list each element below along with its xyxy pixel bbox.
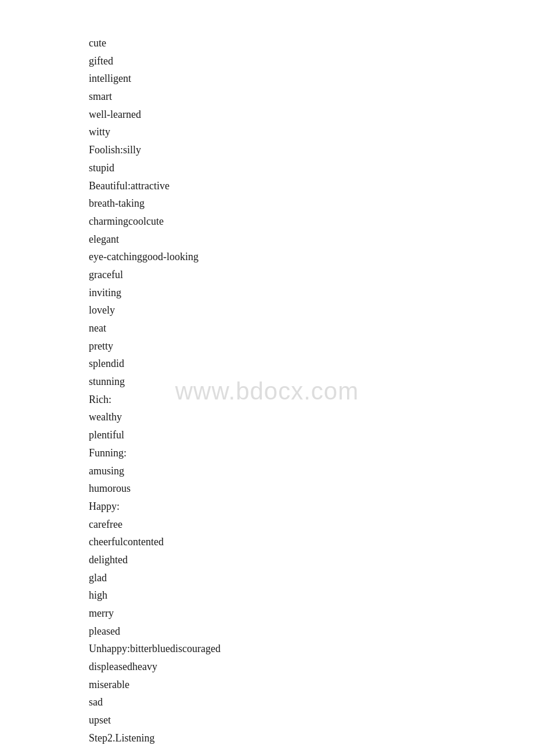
list-item: inviting: [89, 285, 534, 302]
list-item: pretty: [89, 338, 534, 355]
list-item: Unhappy:bitterbluediscouraged: [89, 640, 534, 658]
list-item: Beautiful:attractive: [89, 178, 534, 195]
list-item: sad: [89, 694, 534, 711]
list-item: high: [89, 587, 534, 604]
list-item: splendid: [89, 355, 534, 373]
list-item: smart: [89, 88, 534, 106]
list-item: Funning:: [89, 445, 534, 462]
list-item: graceful: [89, 267, 534, 284]
list-item: Rich:: [89, 391, 534, 409]
list-item: breath-taking: [89, 195, 534, 213]
list-item: merry: [89, 605, 534, 622]
list-item: wealthy: [89, 409, 534, 426]
list-item: glad: [89, 570, 534, 587]
list-item: carefree: [89, 516, 534, 534]
list-item: pleased: [89, 623, 534, 640]
list-item: charmingcoolcute: [89, 213, 534, 231]
list-item: cute: [89, 35, 534, 52]
list-item: upset: [89, 712, 534, 729]
list-item: Step2.Listening: [89, 730, 534, 747]
main-content: cutegiftedintelligentsmartwell-learnedwi…: [0, 0, 534, 756]
list-item: plentiful: [89, 427, 534, 444]
list-item: stupid: [89, 160, 534, 177]
list-item: gifted: [89, 53, 534, 70]
list-item: humorous: [89, 480, 534, 498]
list-item: Happy:: [89, 498, 534, 516]
list-item: witty: [89, 124, 534, 141]
list-item: eye-catchinggood-looking: [89, 249, 534, 266]
list-item: stunning: [89, 373, 534, 391]
list-item: lovely: [89, 302, 534, 319]
list-item: delighted: [89, 552, 534, 569]
list-item: amusing: [89, 463, 534, 480]
list-item: cheerfulcontented: [89, 534, 534, 551]
list-item: well-learned: [89, 106, 534, 124]
list-item: miserable: [89, 676, 534, 694]
list-item: displeasedheavy: [89, 658, 534, 676]
list-item: intelligent: [89, 70, 534, 88]
list-item: Foolish:silly: [89, 142, 534, 159]
list-item: elegant: [89, 231, 534, 249]
list-item: neat: [89, 320, 534, 337]
